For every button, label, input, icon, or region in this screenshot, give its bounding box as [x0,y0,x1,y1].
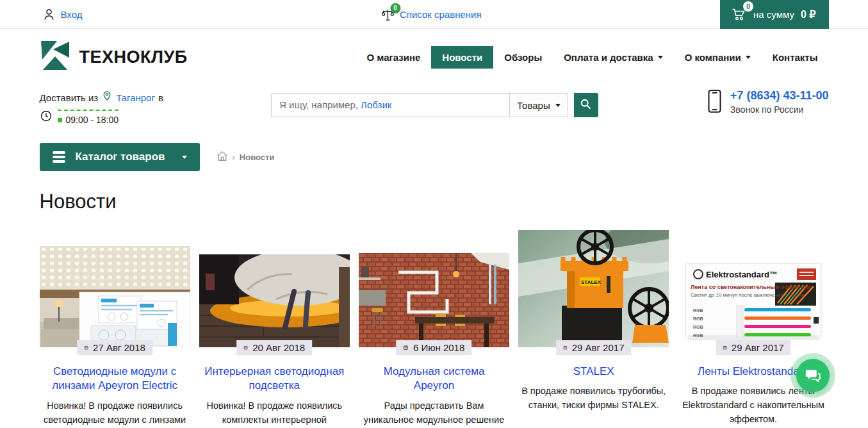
breadcrumb-separator: › [233,152,235,162]
home-icon[interactable] [217,151,228,164]
chevron-down-icon [555,104,561,110]
phone-note: Звонок по России [730,104,829,115]
cart-amount: 0 ₽ [801,8,816,21]
main-nav: О магазине Новости Обзоры Оплата и доста… [356,46,828,69]
calendar-icon [243,343,248,352]
news-card: 20 Авг 2018 Интерьерная светодиодная под… [199,229,350,428]
nav-item-reviews[interactable]: Обзоры [493,46,553,69]
calendar-icon [723,343,727,352]
nav-item-news[interactable]: Новости [431,46,493,69]
catalog-button[interactable]: Каталог товаров [40,143,200,171]
cart-count-badge: 0 [743,1,753,12]
news-image-led-modules[interactable] [40,246,190,347]
compare-scales-icon: 0 [381,8,395,22]
calendar-icon [563,343,568,352]
search-button[interactable] [574,93,598,117]
delivery-suffix: в [158,90,163,106]
chevron-down-icon [658,56,663,62]
svg-text:RGB: RGB [693,317,703,321]
clock-icon [40,110,53,128]
cart-label: на сумму [753,9,794,20]
page-title: Новости [40,190,829,213]
delivery-prefix: Доставить из [40,90,99,106]
svg-text:RGB: RGB [693,325,703,329]
site-header: ТЕХНОКЛУБ О магазине Новости Обзоры Опла… [40,29,829,126]
news-image-stalex-machine[interactable]: STALEX [518,230,669,347]
breadcrumb: › Новости [217,151,275,164]
svg-text:Светит до 10 минут после выклю: Светит до 10 минут после выключения пита… [691,292,804,298]
svg-text:STALEX: STALEX [581,279,602,285]
nav-item-payment-delivery[interactable]: Оплата и доставка [553,46,673,69]
user-icon [42,8,56,21]
news-date-badge: 29 Авг 2017 [716,340,791,355]
search-bar: Я ищу, например, Лобзик Товары [271,93,598,117]
svg-text:RGB: RGB [693,308,703,313]
news-image-elektrostandard-strips[interactable]: Elektrostandard™ Лента со светонакопител… [678,253,828,347]
logo-mark-icon [40,40,70,74]
search-input[interactable] [271,93,509,117]
nav-item-about-company[interactable]: О компании [674,46,762,69]
chevron-down-icon [746,56,751,62]
news-description: Новинка! В продаже появились комплекты и… [199,399,350,428]
news-title-link[interactable]: Интерьерная светодиодная подсветка [203,365,346,393]
breadcrumb-current: Новости [240,152,275,162]
chat-widget-button[interactable] [790,353,835,398]
compare-link[interactable]: 0 Список сравнения [381,8,482,22]
news-image-track-system[interactable] [359,253,509,347]
news-title-link[interactable]: STALEX [522,365,665,379]
svg-text:Лента со светонакопительным эф: Лента со светонакопительным эффектом [691,284,811,290]
phone-number-link[interactable]: +7 (8634) 43-11-00 [730,89,829,102]
news-title-link[interactable]: Модульная система Apeyron [363,365,505,393]
nav-item-contacts[interactable]: Контакты [762,46,829,69]
search-icon [579,97,593,113]
news-title-link[interactable]: Светодиодные модули с линзами Apeyron El… [44,365,186,393]
news-card: STALEX [518,229,669,428]
news-description: Рады представить Вам уникальное модульно… [359,399,509,428]
delivery-city-link[interactable]: Таганрог [116,90,155,106]
logo-text: ТЕХНОКЛУБ [79,47,188,67]
chat-bubble-icon [796,359,830,392]
news-card: Elektrostandard™ Лента со светонакопител… [678,229,828,428]
calendar-icon [84,343,88,352]
phone-block: +7 (8634) 43-11-00 Звонок по России [706,89,829,116]
status-dot [58,118,62,122]
news-date-badge: 20 Авг 2018 [236,340,312,355]
news-date-badge: 27 Авг 2018 [77,340,152,355]
logo[interactable]: ТЕХНОКЛУБ [40,40,188,74]
search-category-dropdown[interactable]: Товары [509,93,568,117]
nav-item-about-shop[interactable]: О магазине [356,46,431,69]
phone-icon [706,89,723,116]
news-description: Новинка! В продаже появились светодиодны… [40,399,190,428]
login-link[interactable]: Вход [42,8,83,21]
news-card: 27 Авг 2018 Светодиодные модули с линзам… [40,229,190,428]
svg-text:Elektrostandard™: Elektrostandard™ [706,270,778,279]
news-list: 27 Авг 2018 Светодиодные модули с линзам… [40,229,829,428]
delivery-info: Доставить из Таганрог в 09:00 - 18:00 [40,89,163,128]
calendar-icon [404,343,409,352]
chevron-down-icon [182,156,187,161]
hamburger-icon [53,151,65,163]
cart-icon: 0 [730,6,747,22]
news-description: В продаже появились трубогибы, станки, т… [518,384,669,413]
news-date-badge: 6 Июн 2018 [397,340,472,355]
news-card: 6 Июн 2018 Модульная система Apeyron Рад… [359,229,509,428]
working-hours-link[interactable]: 09:00 - 18:00 [58,110,119,128]
svg-text:RGB: RGB [693,333,703,338]
compare-label: Список сравнения [400,9,482,20]
top-bar: Вход 0 Список сравнения 0 на сумму 0 ₽ [0,0,868,29]
login-label: Вход [61,9,83,20]
news-image-interior-backlight[interactable] [199,254,350,347]
location-pin-icon [101,89,113,107]
cart-button[interactable]: 0 на сумму 0 ₽ [720,0,828,29]
compare-count-badge: 0 [390,3,400,13]
news-date-badge: 29 Авг 2017 [556,340,632,355]
